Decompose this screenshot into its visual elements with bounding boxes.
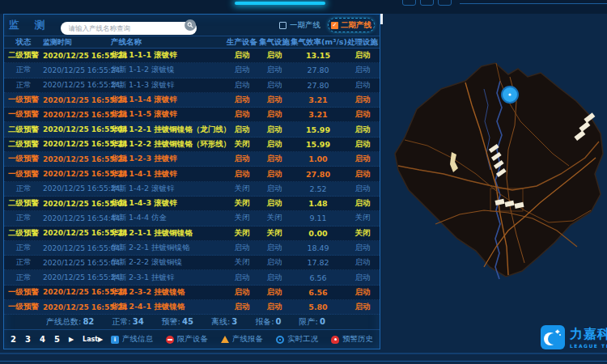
- region-map[interactable]: [387, 44, 607, 324]
- name-cell: 华新 2-2-1 挂镀铜镍铬: [111, 243, 226, 253]
- time-cell: 2020/12/25 16:55:24: [43, 229, 111, 237]
- time-cell: 2020/12/25 16:55:04: [43, 244, 111, 252]
- gas-cell: 启动: [258, 302, 291, 312]
- menu-item-产线信息[interactable]: i产线信息: [111, 334, 153, 345]
- table-row[interactable]: 正常2020/12/25 16:55:24华新 1-4-2 滚镀锌关闭启动2.5…: [4, 182, 380, 197]
- eff-cell: 1.48: [291, 199, 346, 208]
- menu-item-label: 限产设备: [177, 334, 208, 345]
- brand-subtitle: LEAGUE TECH: [570, 343, 607, 349]
- column-header: 产线名称: [111, 37, 226, 48]
- gas-cell: 启动: [258, 287, 291, 298]
- treat-cell: 启动: [346, 125, 380, 135]
- time-cell: 2020/12/25 16:55:24: [43, 52, 111, 60]
- table-row[interactable]: 二级预警2020/12/25 16:55:04华新 1-2-1 挂镀铜镍铬（龙门…: [4, 122, 380, 137]
- menu-item-预警历史[interactable]: 预警历史: [331, 334, 373, 345]
- treat-cell: 启动: [346, 109, 380, 120]
- prod-cell: 关闭: [226, 257, 258, 268]
- menu-item-产线报备[interactable]: 产线报备: [221, 334, 263, 345]
- info-icon: i: [111, 336, 119, 344]
- page-number[interactable]: 4: [40, 335, 45, 344]
- status-cell: 正常: [4, 184, 43, 194]
- status-cell: 二级预警: [4, 228, 43, 239]
- table-row[interactable]: 正常2020/12/25 16:55:24华新 2-3-1 挂镀锌启动启动6.5…: [4, 270, 380, 285]
- next-page-icon[interactable]: ▶: [69, 336, 74, 343]
- menu-item-实时工况[interactable]: 实时工况: [276, 334, 318, 345]
- treat-cell: 关闭: [346, 213, 380, 223]
- name-cell: 华新 1-2-2 挂镀铜镍铬（环形线）: [111, 139, 226, 150]
- search-input[interactable]: [61, 22, 197, 35]
- panel-toolbar: 监 测 一期产线 ✓ 二期产线: [4, 15, 380, 36]
- phase2-label: 二期产线: [341, 20, 371, 31]
- checkbox-unchecked-icon[interactable]: [279, 22, 287, 29]
- menu-item-限产设备[interactable]: 限产设备: [166, 334, 208, 345]
- table-row[interactable]: 二级预警2020/12/25 16:55:24华新 1-1-1 滚镀锌启动启动1…: [4, 49, 380, 63]
- glow-bar-decoration: [235, 2, 325, 5]
- gas-cell: 关闭: [258, 213, 291, 223]
- prod-cell: 启动: [226, 95, 258, 105]
- table-row[interactable]: 一级预警2020/12/25 16:55:24华新 2-4-1 挂镀镍铬启动启动…: [4, 300, 380, 315]
- phase2-button[interactable]: ✓ 二期产线: [328, 18, 375, 32]
- treat-cell: 启动: [346, 50, 380, 61]
- treat-cell: 启动: [346, 65, 380, 75]
- page-number[interactable]: 5: [54, 335, 60, 344]
- prod-cell: 关闭: [226, 228, 258, 239]
- table-row[interactable]: 正常2020/12/25 16:55:24华新 1-1-2 滚镀镍启动启动27.…: [4, 63, 380, 78]
- table-row[interactable]: 一级预警2020/12/25 16:55:24华新 2-3-2 挂镀镍铬启动启动…: [4, 286, 380, 300]
- treat-cell: 启动: [346, 154, 380, 164]
- search-button[interactable]: [185, 19, 196, 31]
- phase1-label: 一期产线: [290, 20, 320, 31]
- name-cell: 华新 2-2-2 滚镀铜镍: [111, 257, 226, 268]
- eff-cell: 5.80: [291, 303, 346, 311]
- summary-row: 产线总数:82正常:34预警:45离线:3报备:0限产:0: [4, 315, 380, 329]
- status-cell: 正常: [4, 80, 43, 91]
- time-cell: 2020/12/25 16:55:24: [43, 96, 111, 104]
- brand-logo: 力嘉科技 LEAGUE TECH: [541, 325, 607, 349]
- last-page-button[interactable]: Last▶: [83, 336, 103, 343]
- eff-cell: 15.99: [291, 125, 346, 134]
- status-cell: 一级预警: [4, 154, 43, 164]
- time-cell: 2020/12/25 16:55:24: [43, 155, 111, 163]
- prod-cell: 启动: [226, 287, 258, 298]
- eff-cell: 18.49: [291, 243, 346, 252]
- status-cell: 一级预警: [4, 169, 43, 180]
- status-cell: 正常: [4, 65, 43, 75]
- table-row[interactable]: 正常2020/12/25 16:55:04华新 2-2-2 滚镀铜镍关闭启动17…: [4, 256, 380, 270]
- name-cell: 华新 2-4-1 挂镀镍铬: [111, 302, 226, 312]
- time-cell: 2020/12/25 16:54:44: [43, 214, 111, 222]
- gas-cell: 启动: [258, 125, 291, 135]
- summary-item: 离线:3: [211, 316, 237, 328]
- table-row[interactable]: 正常2020/12/25 16:55:24华新 1-1-3 滚镀锌启动启动27.…: [4, 78, 380, 93]
- status-cell: 二级预警: [4, 198, 43, 209]
- summary-item: 预警:45: [162, 316, 193, 328]
- eff-cell: 15.99: [291, 140, 346, 149]
- time-cell: 2020/12/25 16:55:04: [43, 125, 111, 133]
- time-cell: 2020/12/25 16:55:24: [43, 66, 111, 74]
- no-entry-icon: [166, 336, 174, 344]
- table-row[interactable]: 二级预警2020/12/25 16:55:24华新 2-1-1 挂镀铜镍铬关闭关…: [4, 226, 380, 241]
- prod-cell: 启动: [226, 273, 258, 283]
- logo-icon: [541, 325, 565, 349]
- prod-cell: 启动: [226, 169, 258, 180]
- table-row[interactable]: 正常2020/12/25 16:55:04华新 2-2-1 挂镀铜镍铬启动启动1…: [4, 241, 380, 256]
- gas-cell: 启动: [258, 184, 291, 194]
- table-row[interactable]: 一级预警2020/12/25 16:55:24华新 1-1-4 滚镀锌启动启动3…: [4, 93, 380, 108]
- name-cell: 华新 1-2-3 挂镀锌: [111, 154, 226, 164]
- table-row[interactable]: 一级预警2020/12/25 16:55:24华新 1-4-1 挂镀锌启动启动2…: [4, 167, 380, 181]
- gas-cell: 启动: [258, 65, 291, 75]
- phase1-toggle[interactable]: 一期产线: [279, 20, 320, 31]
- table-row[interactable]: 二级预警2020/12/25 16:55:24华新 1-2-2 挂镀铜镍铬（环形…: [4, 138, 380, 152]
- table-row[interactable]: 一级预警2020/12/25 16:55:24华新 1-2-3 挂镀锌启动启动1…: [4, 152, 380, 167]
- table-row[interactable]: 一级预警2020/12/25 16:55:24华新 1-1-5 滚镀锌启动启动3…: [4, 108, 380, 122]
- prod-cell: 启动: [226, 109, 258, 120]
- gas-cell: 启动: [258, 109, 291, 120]
- eff-cell: 2.52: [291, 184, 346, 193]
- page-number[interactable]: 2: [11, 335, 16, 344]
- page-number[interactable]: 3: [25, 335, 31, 344]
- time-cell: 2020/12/25 16:55:24: [43, 184, 111, 193]
- status-cell: 一级预警: [4, 109, 43, 120]
- eff-cell: 27.80: [291, 81, 346, 90]
- menu-item-label: 实时工况: [287, 334, 318, 345]
- table-row[interactable]: 正常2020/12/25 16:54:44华新 1-4-4 仿金关闭关闭9.11…: [4, 211, 380, 226]
- status-cell: 一级预警: [4, 287, 43, 298]
- table-row[interactable]: 二级预警2020/12/25 16:55:04华新 1-4-3 滚镀锌关闭启动1…: [4, 197, 380, 211]
